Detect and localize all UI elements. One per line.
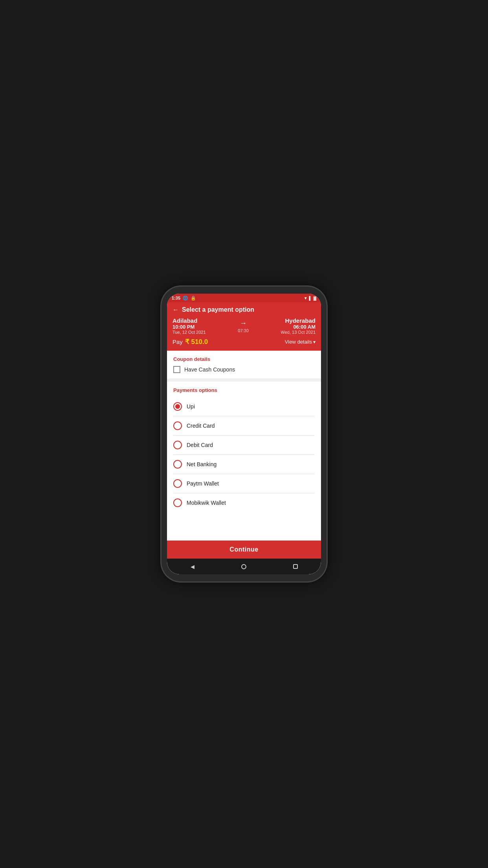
destination-date: Wed, 13 Oct 2021	[281, 330, 316, 335]
origin-date: Tue, 12 Oct 2021	[172, 330, 206, 335]
radio-label-net-banking: Net Banking	[187, 461, 216, 467]
radio-circle-net-banking	[173, 460, 182, 469]
nav-bar: ◀	[167, 559, 321, 574]
radio-circle-paytm-wallet	[173, 479, 182, 488]
pay-row: Pay ₹ 510.0 View details ▾	[172, 338, 316, 346]
destination-time: 06:00 AM	[281, 324, 316, 330]
view-details-button[interactable]: View details ▾	[285, 339, 316, 345]
radio-label-mobikwik-wallet: Mobikwik Wallet	[187, 500, 226, 506]
continue-button[interactable]: Continue	[167, 541, 321, 559]
radio-label-credit-card: Credit Card	[187, 423, 215, 429]
pay-left: Pay ₹ 510.0	[172, 338, 208, 346]
status-right: ▼ ▌ ▓	[304, 296, 316, 300]
cash-coupon-checkbox[interactable]	[173, 366, 180, 373]
payment-option-paytm-wallet[interactable]: Paytm Wallet	[173, 474, 315, 493]
origin-time: 10:00 PM	[172, 324, 206, 330]
continue-bar: Continue	[167, 541, 321, 559]
app-header: ← Select a payment option Adilabad 10:00…	[167, 302, 321, 351]
home-nav-icon	[241, 564, 246, 569]
view-details-label: View details	[285, 339, 312, 345]
payment-option-mobikwik-wallet[interactable]: Mobikwik Wallet	[173, 493, 315, 512]
signal-icon: ▌	[309, 296, 312, 300]
radio-circle-upi	[173, 402, 182, 411]
journey-duration: 07:30	[238, 328, 249, 333]
section-divider	[167, 379, 321, 382]
phone-shell: 1:35 🌐 🔒 ▼ ▌ ▓ ← Select a payment option…	[161, 287, 327, 581]
radio-label-debit-card: Debit Card	[187, 442, 213, 448]
radio-label-paytm-wallet: Paytm Wallet	[187, 480, 219, 487]
recents-nav-button[interactable]	[288, 563, 303, 570]
pay-amount: ₹ 510.0	[185, 338, 208, 346]
destination-city: Hyderabad	[281, 317, 316, 324]
header-title-row: ← Select a payment option	[172, 306, 316, 313]
journey-info: Adilabad 10:00 PM Tue, 12 Oct 2021 → 07:…	[172, 317, 316, 335]
radio-label-upi: Upi	[187, 403, 195, 410]
radio-circle-credit-card	[173, 421, 182, 430]
wifi-icon: ▼	[304, 296, 308, 300]
coupon-section: Coupon details Have Cash Coupons	[167, 351, 321, 373]
status-bar: 1:35 🌐 🔒 ▼ ▌ ▓	[167, 294, 321, 302]
home-nav-button[interactable]	[237, 563, 251, 571]
cash-coupon-label: Have Cash Coupons	[184, 366, 235, 373]
coupon-section-title: Coupon details	[173, 356, 315, 362]
back-button[interactable]: ←	[172, 306, 179, 313]
radio-circle-debit-card	[173, 441, 182, 449]
page-title: Select a payment option	[182, 306, 254, 313]
coupon-row[interactable]: Have Cash Coupons	[173, 366, 315, 373]
direction-arrow-icon: →	[240, 319, 247, 327]
payment-option-upi[interactable]: Upi	[173, 397, 315, 416]
time-display: 1:35	[172, 296, 180, 300]
payment-option-net-banking[interactable]: Net Banking	[173, 455, 315, 474]
globe-icon: 🌐	[183, 296, 188, 301]
lock-icon: 🔒	[191, 296, 196, 301]
back-nav-icon: ◀	[191, 564, 194, 570]
payments-section-title: Payments options	[173, 387, 315, 393]
recents-nav-icon	[293, 564, 298, 569]
origin-city: Adilabad	[172, 317, 206, 324]
origin-block: Adilabad 10:00 PM Tue, 12 Oct 2021	[172, 317, 206, 335]
chevron-down-icon: ▾	[313, 339, 316, 345]
payment-option-debit-card[interactable]: Debit Card	[173, 436, 315, 455]
phone-screen: 1:35 🌐 🔒 ▼ ▌ ▓ ← Select a payment option…	[167, 294, 321, 574]
destination-block: Hyderabad 06:00 AM Wed, 13 Oct 2021	[281, 317, 316, 335]
payment-option-credit-card[interactable]: Credit Card	[173, 416, 315, 436]
content-area: Coupon details Have Cash Coupons Payment…	[167, 351, 321, 541]
radio-circle-mobikwik-wallet	[173, 498, 182, 507]
status-left: 1:35 🌐 🔒	[172, 296, 196, 301]
journey-middle: → 07:30	[238, 319, 249, 333]
payment-options-list: UpiCredit CardDebit CardNet BankingPaytm…	[173, 397, 315, 512]
back-nav-button[interactable]: ◀	[186, 562, 199, 571]
battery-icon: ▓	[314, 296, 316, 300]
payment-options-section: Payments options UpiCredit CardDebit Car…	[167, 382, 321, 512]
pay-label: Pay	[172, 338, 183, 345]
